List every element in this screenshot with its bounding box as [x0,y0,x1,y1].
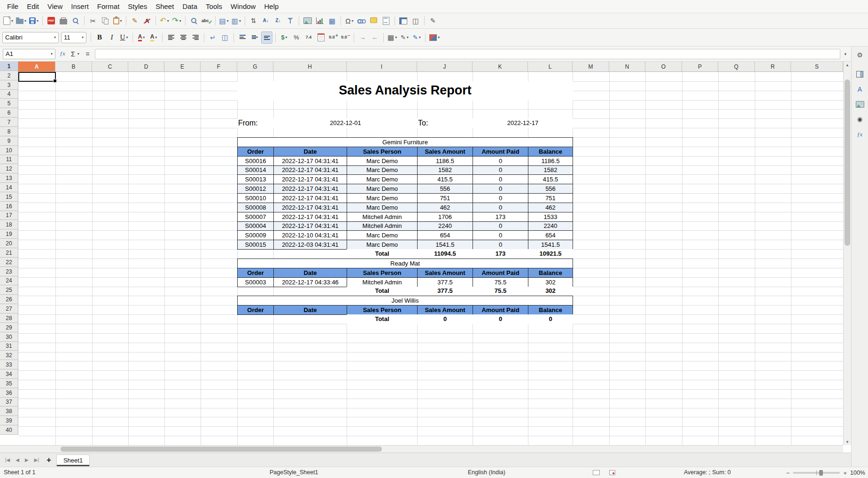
language-status[interactable]: English (India) [468,469,505,476]
data-cell[interactable]: 0 [473,230,528,240]
column-header-m[interactable]: M [573,62,609,72]
column-header-n[interactable]: N [609,62,645,72]
data-cell[interactable]: Mitchell Admin [347,277,418,287]
column-header-h[interactable]: H [273,62,347,72]
column-header-i[interactable]: I [347,62,417,72]
from-label[interactable]: From: [237,118,274,128]
menu-insert[interactable]: Insert [67,0,93,13]
sidebar-settings-button[interactable]: ⚙ [853,49,867,61]
row-header-11[interactable]: 11 [0,155,18,164]
sheet-tab-sheet1[interactable]: Sheet1 [56,454,90,466]
row-header-14[interactable]: 14 [0,183,18,192]
column-header-cell[interactable]: Sales Amount [417,147,473,157]
data-cell[interactable]: 173 [473,212,528,222]
dropdown-arrow-icon[interactable]: ▾ [126,35,128,39]
page-style[interactable]: PageStyle_Sheet1 [270,469,318,476]
total-amount-paid[interactable]: 75.5 [473,287,528,296]
zoom-slider-thumb[interactable] [819,470,823,476]
document-modified-icon[interactable] [609,470,615,475]
open-button[interactable]: ▾ [15,15,27,27]
row-header-9[interactable]: 9 [0,136,18,146]
new-document-button[interactable]: ▾ [2,15,14,27]
column-header-cell[interactable]: Order [237,147,274,157]
special-character-button[interactable]: Ω▾ [344,15,355,27]
row-header-26[interactable]: 26 [0,295,18,304]
data-cell[interactable]: 2240 [417,221,473,231]
next-sheet-button[interactable]: ▶ [23,457,31,462]
formula-button[interactable]: = [83,48,93,60]
data-cell[interactable]: Marc Demo [347,174,418,184]
sort-button[interactable]: ⇅ [248,15,259,27]
redo-button[interactable]: ↷▾ [171,15,182,27]
column-header-l[interactable]: L [528,62,573,72]
split-window-button[interactable]: ◫ [410,15,421,27]
font-color-button[interactable]: A▾ [136,31,147,44]
sort-descending-button[interactable]: Z↓ [272,15,284,27]
find-and-replace-button[interactable] [188,15,200,27]
to-value[interactable]: 2022-12-17 [473,118,573,128]
dropdown-arrow-icon[interactable]: ▾ [286,35,287,39]
data-cell[interactable]: S00003 [237,277,274,287]
data-cell[interactable]: 1186.5 [528,156,573,166]
scroll-up-icon[interactable]: ▲ [844,62,851,68]
print-button[interactable] [58,15,69,27]
dropdown-arrow-icon[interactable]: ▾ [167,19,169,23]
font-name-combobox[interactable]: Calibri▾ [2,32,59,43]
export-pdf-button[interactable]: PDF [46,15,57,27]
column-header-cell[interactable]: Sales Person [347,305,418,315]
total-label[interactable]: Total [347,314,418,324]
column-header-cell[interactable]: Order [237,305,274,315]
row-header-29[interactable]: 29 [0,323,18,332]
row-header-6[interactable]: 6 [0,108,18,118]
data-cell[interactable]: 2022-12-03 04:31:41 [273,240,347,250]
menu-styles[interactable]: Styles [124,0,151,13]
dropdown-arrow-icon[interactable]: ▾ [51,52,53,56]
data-cell[interactable]: 415.5 [417,174,473,184]
total-amount-paid[interactable]: 0 [473,314,528,324]
data-cell[interactable]: 1541.5 [417,240,473,250]
data-cell[interactable]: 2022-12-10 04:31:41 [273,230,347,240]
data-cell[interactable]: Marc Demo [347,184,418,194]
properties-deck-button[interactable] [853,68,867,80]
column-header-cell[interactable]: Balance [528,268,573,278]
table-title[interactable]: Gemini Furniture [237,137,573,147]
row-header-4[interactable]: 4 [0,90,18,99]
dropdown-arrow-icon[interactable]: ▾ [24,19,26,23]
dropdown-arrow-icon[interactable]: ▾ [143,35,145,39]
total-amount-paid[interactable]: 173 [473,249,528,259]
menu-file[interactable]: File [3,0,23,13]
data-cell[interactable]: S00013 [237,174,274,184]
copy-button[interactable] [100,15,111,27]
row-header-12[interactable]: 12 [0,164,18,173]
column-header-q[interactable]: Q [718,62,755,72]
column-header-cell[interactable]: Date [273,305,347,315]
spreadsheet-grid[interactable]: ABCDEFGHIJKLMNOPQRS 12345678910111213141… [0,62,843,445]
dropdown-arrow-icon[interactable]: ▾ [438,35,440,39]
data-cell[interactable]: Marc Demo [347,165,418,175]
dropdown-arrow-icon[interactable]: ▾ [352,19,354,23]
row-header-36[interactable]: 36 [0,388,18,398]
data-cell[interactable]: 302 [528,277,573,287]
format-as-date-button[interactable] [315,31,326,44]
total-balance[interactable]: 10921.5 [528,249,573,259]
data-cell[interactable]: Mitchell Admin [347,221,418,231]
horizontal-scrollbar[interactable] [0,445,843,453]
total-balance[interactable]: 0 [528,314,573,324]
menu-format[interactable]: Format [93,0,124,13]
data-cell[interactable]: 1582 [417,165,473,175]
data-cell[interactable]: 2022-12-17 04:31:41 [273,193,347,203]
menu-help[interactable]: Help [260,0,283,13]
data-cell[interactable]: 1186.5 [417,156,473,166]
horizontal-scroll-thumb[interactable] [61,447,382,452]
from-value[interactable]: 2022-12-01 [273,118,418,128]
navigator-deck-button[interactable]: ◉ [853,113,867,125]
column-header-c[interactable]: C [92,62,128,72]
row-header-17[interactable]: 17 [0,211,18,220]
align-bottom-button[interactable] [261,31,272,44]
dropdown-arrow-icon[interactable]: ▾ [120,19,122,23]
formula-input[interactable] [95,49,841,59]
styles-deck-button[interactable]: A [853,83,867,95]
data-cell[interactable]: 462 [528,203,573,212]
total-sales-amount[interactable]: 0 [417,314,473,324]
row-header-20[interactable]: 20 [0,239,18,248]
